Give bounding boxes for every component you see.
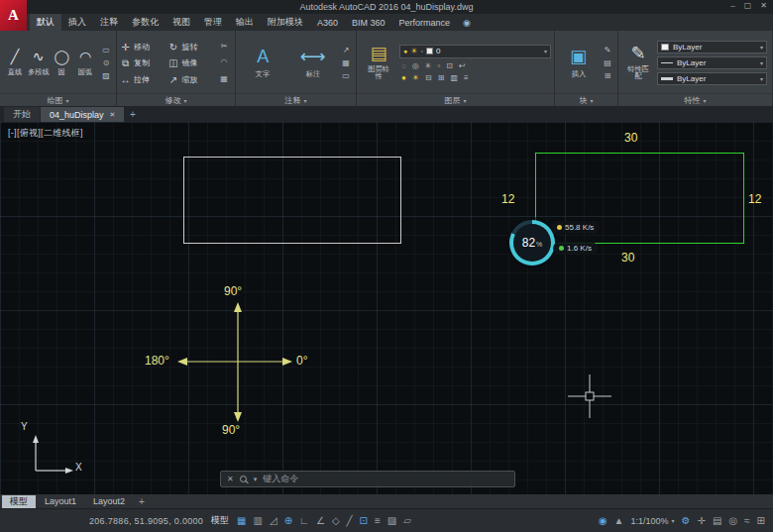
layout-tab[interactable]: Layout2 <box>85 495 133 508</box>
new-layout-button[interactable]: + <box>134 496 150 507</box>
ribbon-tab[interactable]: 附加模块 <box>261 14 310 31</box>
mirror-button[interactable]: ◫镜像 <box>168 57 215 69</box>
ribbon-options-icon[interactable]: ◉ <box>463 14 471 31</box>
layer-match-icon[interactable]: ⊡ <box>446 61 453 70</box>
panel-label-layers[interactable]: 图层 ▾ <box>357 93 554 106</box>
lineweight-dropdown[interactable]: ByLayer ▾ <box>657 72 767 85</box>
layer-merge-icon[interactable]: ⊟ <box>425 73 432 82</box>
insert-block-button[interactable]: ▣ 插入 <box>558 33 599 93</box>
close-icon[interactable]: ✕ <box>110 111 116 119</box>
file-tab-start[interactable]: 开始 <box>4 107 40 122</box>
panel-label-draw[interactable]: 绘图 ▾ <box>0 93 116 106</box>
close-icon[interactable]: ✕ <box>227 475 234 483</box>
autocad-logo[interactable]: A <box>0 0 27 31</box>
array-tool-icon[interactable]: ▦ <box>216 74 232 85</box>
file-tab-document[interactable]: 04_huDisplay ✕ <box>41 107 124 122</box>
text-button[interactable]: A 文字 <box>239 33 287 93</box>
leader-tool-icon[interactable]: ↗ <box>339 46 353 54</box>
layer-properties-button[interactable]: ▤ 图层特性 <box>360 33 397 93</box>
model-space-button[interactable]: 模型 <box>211 514 229 527</box>
isodraft-icon[interactable]: ◇ <box>332 516 340 526</box>
layer-freeze-icon[interactable]: ✳ <box>425 61 432 70</box>
layer-walk-icon[interactable]: ▥ <box>450 73 458 82</box>
polyline-tool-button[interactable]: ∿ 多段线 <box>27 33 51 93</box>
grid-toggle-icon[interactable]: ▦ <box>237 516 246 526</box>
layer-add-icon[interactable]: ⊞ <box>438 73 445 82</box>
panel-label-block[interactable]: 块 ▾ <box>555 93 617 106</box>
create-block-icon[interactable]: ⊞ <box>601 71 614 80</box>
panel-label-modify[interactable]: 修改 ▾ <box>117 93 235 106</box>
rotate-button[interactable]: ↻旋转 <box>168 42 215 53</box>
circle-tool-button[interactable]: ◯ 圆 <box>51 33 74 93</box>
ribbon-tab[interactable]: 视图 <box>166 14 197 31</box>
ribbon-tab[interactable]: 输出 <box>229 14 261 31</box>
panel-label-annotate[interactable]: 注释 ▾ <box>236 93 356 106</box>
object-snap-icon[interactable]: ⊡ <box>360 516 368 526</box>
clean-screen-icon[interactable]: ⊞ <box>757 516 765 526</box>
snap-toggle-icon[interactable]: ▥ <box>254 516 263 526</box>
ribbon-tab[interactable]: 默认 <box>30 14 61 31</box>
arc-tool-button[interactable]: ◠ 圆弧 <box>73 33 97 93</box>
transparency-toggle-icon[interactable]: ▨ <box>387 516 396 526</box>
panel-label-properties[interactable]: 特性 ▾ <box>618 93 772 106</box>
isolate-objects-icon[interactable]: ◎ <box>728 516 737 526</box>
maximize-icon[interactable]: ▢ <box>744 1 752 10</box>
new-tab-button[interactable]: + <box>125 107 140 122</box>
table-tool-icon[interactable]: ▦ <box>339 58 353 67</box>
annotation-visibility-icon[interactable]: ◉ <box>599 516 607 526</box>
command-input[interactable]: 键入命令 <box>263 473 298 485</box>
ribbon-tab[interactable]: Performance <box>392 14 458 31</box>
layer-isolate-icon[interactable]: ◎ <box>412 61 419 70</box>
layout-tab[interactable]: Layout1 <box>37 495 84 508</box>
ribbon-tab[interactable]: 注释 <box>93 14 125 31</box>
linetype-dropdown[interactable]: ByLayer ▾ <box>657 56 767 69</box>
copy-button[interactable]: ⧉复制 <box>120 57 166 69</box>
ortho-toggle-icon[interactable]: ∟ <box>299 516 309 526</box>
stretch-button[interactable]: ↔拉伸 <box>120 74 166 85</box>
dynamic-input-icon[interactable]: ⊕ <box>284 516 292 526</box>
layer-previous-icon[interactable]: ↩ <box>459 61 466 70</box>
ribbon-tab[interactable]: 插入 <box>61 14 93 31</box>
search-icon[interactable] <box>240 476 248 483</box>
ribbon-tab[interactable]: 管理 <box>197 14 229 31</box>
workspace-gear-icon[interactable]: ⚙ <box>682 516 691 526</box>
polar-tracking-icon[interactable]: ∠ <box>316 516 325 526</box>
layer-on-icon[interactable]: ● <box>401 73 406 82</box>
command-line[interactable]: ✕ ▾ 键入命令 <box>220 471 515 487</box>
layer-off-icon[interactable]: ◌ <box>401 61 406 70</box>
ellipse-tool-icon[interactable]: ⊙ <box>99 58 113 67</box>
infer-constraints-icon[interactable]: ◿ <box>270 516 277 526</box>
lineweight-toggle-icon[interactable]: ≡ <box>375 516 381 526</box>
object-color-dropdown[interactable]: ByLayer ▾ <box>657 41 767 53</box>
fillet-tool-icon[interactable]: ◠ <box>216 57 232 69</box>
object-snap-tracking-icon[interactable]: ╱ <box>347 516 353 526</box>
viewport-controls[interactable]: [-][俯视][二维线框] <box>8 127 83 140</box>
define-attributes-icon[interactable]: ▤ <box>601 58 614 67</box>
rectangle-tool-icon[interactable]: ▭ <box>99 46 113 54</box>
annotation-monitor-icon[interactable]: ✛ <box>698 516 706 526</box>
hatch-tool-icon[interactable]: ▨ <box>99 71 113 80</box>
trim-tool-icon[interactable]: ✂ <box>216 42 232 53</box>
layer-dropdown[interactable]: ● ☀ ▫ 0 ▾ <box>399 45 551 58</box>
line-tool-button[interactable]: ╱ 直线 <box>3 33 27 93</box>
recent-commands-icon[interactable]: ▾ <box>254 476 258 483</box>
minimize-icon[interactable]: – <box>730 1 734 10</box>
selection-cycling-icon[interactable]: ▱ <box>403 516 411 526</box>
quick-properties-icon[interactable]: ▤ <box>713 516 721 526</box>
graphics-performance-icon[interactable]: ≈ <box>744 516 750 526</box>
scale-button[interactable]: ↗缩放 <box>168 74 215 85</box>
layer-states-icon[interactable]: ≡ <box>464 73 469 82</box>
layer-thaw-icon[interactable]: ☀ <box>412 73 419 82</box>
close-icon[interactable]: ✕ <box>760 1 767 10</box>
dimension-button[interactable]: ⟷ 标注 <box>289 33 338 93</box>
ribbon-tab[interactable]: 参数化 <box>125 14 166 31</box>
white-rectangle[interactable] <box>183 157 401 244</box>
text-style-icon[interactable]: ▭ <box>339 71 353 80</box>
layer-lock-icon[interactable]: ▫ <box>437 61 440 70</box>
annotation-scale-button[interactable]: 1:1/100% ▾ <box>631 516 675 526</box>
ribbon-tab[interactable]: A360 <box>310 14 345 31</box>
autoscale-icon[interactable]: ▲ <box>614 516 624 526</box>
layout-tab[interactable]: 模型 <box>2 495 36 508</box>
move-button[interactable]: ✛移动 <box>120 42 166 53</box>
match-properties-button[interactable]: ✎ 特性匹配 <box>621 33 655 93</box>
